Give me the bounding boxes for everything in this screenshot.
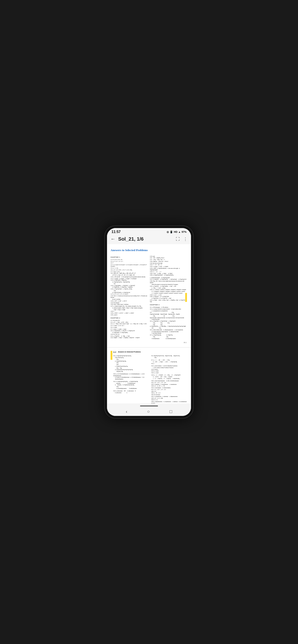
prob-1-27: 1-27. a. relative lengths: Br₂ > Cl₂; re… [111,306,148,307]
prob-2-31b: e. ⁺NH₄ f. ⁺C≡N g. NO₃⁻ [150,287,187,289]
back-button[interactable]: ← [111,236,115,242]
p2-prob-3-8: 3-8. a. CH₃CH(CH₂CH₂CH₂CH₂CH₃, [113,355,149,357]
vibrate-icon: 📳 [170,230,173,234]
prob-2-13: 2-13. acid [150,256,187,257]
p2-4-11b: c. (Z)-1-chloro-3-ethyl-4-methyl-3-hexen… [151,367,187,368]
status-bar: 11:57 ◎ 📳 HD ▲ 97% [107,228,191,235]
prob-1-9b: b. F̈—Ḧ d. H₂Ċ—Cl̈ f. Ḧ—Cl̈ h. Ḧ₂N—ÖH [111,274,148,276]
p2-prob-4-32: 4-32. a. R b. 2ⁿ = 256 [151,398,187,399]
app-bar: ← Sol_21, 1/6 ⛶ ⋮ [107,235,191,244]
notification-icon: ◎ [167,230,169,234]
prob-1-14b: b. CH₃CH₂CH₂CH₂ CH₃CH₂OCH₃ [111,281,148,283]
prob-1-3: 1-3. 7 [111,262,148,264]
prob-3-7c: 2-methylbutane 2,2-dimethylpropane [150,338,187,340]
p2-3-8j: CH₃CH₂ CH₃ [113,371,149,372]
prob-1-9: 1-9. a. ḦÖ—Ḧ c. H₂C̈—NH₂ e. ḦÖ—Br̈ g.… [111,272,148,274]
prob-3-5c: CH₃ CH₃ [150,324,187,326]
prob-1-35: 1-35. a. 109.5° b. 107.3° c. 109.5° d. 1… [111,312,148,314]
p2-prob-4-31: 4-31. a. enantiomers b. identical c. dia… [151,396,187,397]
p2-prob-4-16: 4-16. a. c and f [151,372,187,374]
two-columns: CHAPTER 1 1-1. 8 + 8, 8 + 9, 8 + 10 1-2.… [111,255,187,340]
prob-3-4e: n-butyl bromide [150,319,187,320]
p2-prob-4-28: 4-28. +6.7 [151,391,187,392]
prob-3-6: 3-6. a. ethyl methyl ether b. ethylpropy… [150,329,187,331]
prob-1-1: 1-1. 8 + 8, 8 + 9, 8 + 10 [111,259,148,260]
prob-1-5: 1-5. a. 1 b. 4a [111,268,148,269]
back-nav-button[interactable]: ‹ [126,409,127,414]
prob-1-19b: by sp³-s overlap. [111,298,148,300]
prob-1-24: 1-24. the nitrogen [111,302,148,304]
p2-prob-4-30: 4-30. do not know [151,394,187,396]
prob-2-10: 2-10. 40, 15.5, 10 [111,334,148,335]
prob-2-2: 2-2. a. Cl⁻ + ⁺NH₄ b. HO⁻ + NH₄⁺ [111,322,148,323]
page-2-a2-label: A-2 [113,351,116,353]
prob-1-14: 1-14. a. CH₃CH₂OH CH₃OCH₃ [111,280,148,281]
prob-2-37: 2-37. a. CH₃O⁻ + H₂O b. NH₃ + H₂O c. CH₃… [150,300,187,303]
prob-2-27: 2-27. a. CH₃CHO⁻ b. CH₃CH₂CHO⁻ c. BrCH₂C… [150,278,187,280]
prob-1-16c: CH₃ [111,290,148,292]
prob-3-7: 3-7. a. CH₃CHCH₂CH₃ b. CH₃CCH₃ [150,334,187,336]
prob-3-4c: CH₃ Br CH₃ [150,315,187,317]
home-nav-button[interactable]: ○ [147,409,150,414]
p2-4-19c: c. —2 —CH₂CH₂ —1 —CH₂CH₂ —CH₂CH₂CH₃ [151,378,187,380]
prob-1-15: 1-15. a. CH₃CH₂NH₂ c. CH₃CH₂H e. CH₃CH₂© [111,285,148,286]
page2-right-column: 4-6. CH₃CH₂CH₂CH=CH₂ CH₃CH=CCH₃ CH₃CH=CH… [151,355,187,404]
p2-3-8c: CH₃ [113,359,149,360]
prob-1-4: 1-4. a. C 2 and 4; Si 10 and 4 b. O 2 an… [111,264,148,268]
p2-prob-4-20: 4-20. a. (E)-2-bromobutane b. (R)-1,3-di… [151,380,187,382]
prob-1-11: 1-11. a. oxygen b. oxygen c. oxygen d. h… [111,278,148,280]
prob-1-23: 1-23. a. 120° b. 120° c. 107.3° [111,300,148,302]
p2-3-8h: CH₃ CH₃ [113,368,149,369]
status-time: 11:57 [111,230,121,234]
prob-1-30: 1-30. d [111,310,148,312]
prob-1-25: 1-25. most = water; least = methane [111,304,148,305]
page-2-subtitle: Answers to Selected Problems [118,351,141,353]
document-page-2: A-2 Answers to Selected Problems 3-8. a.… [107,347,191,404]
prob-2-19: 2-19. the one on the right [150,262,187,264]
prob-3-3b: c. n-propylamine or propylamine [150,310,187,312]
page2-left-column: 3-8. a. CH₃CH(CH₂CH₂CH₂CH₂CH₃, CH₃ CH(CH… [113,355,149,404]
p2-prob-4-21: 4-21. a. R b. R c. R d. R [151,382,187,384]
p2-4-19b: b. —CH=O —OH —CH₃ —CH₂OH [151,376,187,378]
p2-3-8d: b. CH₃CHCH(CH₂CH₃, [113,360,149,362]
left-column: CHAPTER 1 1-1. 8 + 8, 8 + 9, 8 + 10 1-2.… [111,255,148,340]
p2-3-11e: 2,2-dimethylpropane 2-methylbutane [113,388,149,389]
fullscreen-button[interactable]: ⛶ [176,237,180,242]
p2-prob-4-29: 4-29. a. −24 b. 0 [151,392,187,394]
prob-1-16: 1-16. a. CH₃CH₂CH₂Cl c. CH₃CH₂—NCH₃ [111,288,148,290]
p2-4-6b: CH₃ [151,357,187,358]
prob-2-35b: b. CH₃COOH + H⁺ ⇌ CH₃COO⁺ + H₂O [150,298,187,299]
prob-2-1: 2-1. CO₂ and CCl₄ [111,320,148,321]
more-options-button[interactable]: ⋮ [183,236,187,242]
prob-1-6: 1-6. a. Cl b. H—OH c. H—F d. Cl—CH₃ [111,269,148,271]
phone-screen: 11:57 ◎ 📳 HD ▲ 97% ← Sol_21, 1/6 ⛶ ⋮ [107,228,191,416]
prob-2-31: 2-31. a. CH₃COO⁻ b. CH₃CH₂NH₂ c. H₂O d. … [150,286,187,287]
page-number: A-1 [111,341,187,344]
p2-prob-3-11: 3-11. a. CH₃CH₂CH₂CH₂CH₃ c. CH₃CHCH₂CH₃ [113,381,149,382]
p2-prob-4-8: 4-8. Z [151,363,187,364]
prob-1-19: 1-19. The C—C bonds are formed by sp³-sp… [111,295,148,298]
chapter3-heading: CHAPTER 3 [150,304,187,306]
prob-1-36: 1-36. a and d [111,314,148,316]
prob-2-32: 2-32. a. 1. neutral 2. neutral 3. charge… [150,289,187,290]
yellow-tab-left [111,351,112,360]
prob-1-27c: CH₃F > CH₃Cl > CH₃Br [111,309,148,310]
signal-bars: ▲ [178,230,181,233]
prob-2-30b: when the proton is removed are shared by… [150,284,187,285]
p2-4-7b: b. —OH → —CH₃O → —CH= → —CH₂CH₂CH₃ [151,361,187,363]
status-icons: ◎ 📳 HD ▲ 97% [167,230,187,234]
prob-3-3: 3-3. a. n-propyl alcohol or propyl alcoh… [150,308,187,310]
p2-prob-3-13: 3-13. a. [structure] OH d. [structure] O [113,390,149,392]
p2-prob-4-35: 4-35. a. diastereomers b. enantiomers c.… [151,401,187,404]
p2-3-11b: pentane 2-methylbutane [113,382,149,384]
prob-3-5b: CH₃ CH₃ CH₃ [150,322,187,324]
home-indicator [140,406,158,406]
p2-3-8g: c. CH₃CHCH₂CHCH₂CH₃ [113,366,149,367]
prob-2-8b: b. CH₃CH₂OH d. CH₃CH₂NH₂ [111,332,148,334]
prob-1-10: 1-10. a. HH and HF b. Its hydrogen has t… [111,276,148,278]
recent-nav-button[interactable]: □ [170,409,172,414]
content-area[interactable]: Answers to Selected Problems CHAPTER 1 1… [107,244,191,404]
prob-3-5d: d. CH₃CH₂CHCl₄ e. CH₃CNBr₃ f. CH₃CH₂CH₂C… [150,326,187,327]
yellow-tab-right [185,293,187,302]
prob-2-17: 2-17. ⁻HO⁻, CH₃NH₂, HC≡C⁻ [150,257,187,259]
